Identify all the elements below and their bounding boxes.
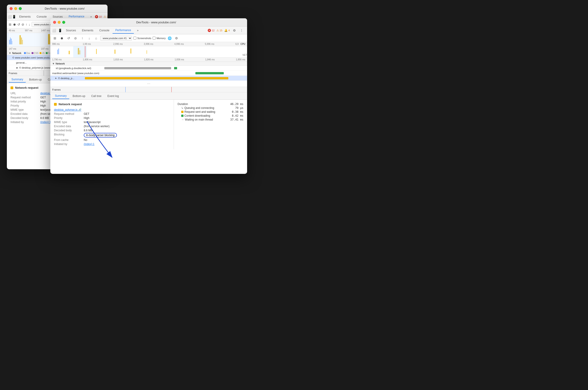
inspector-icon[interactable]: ⬜ <box>8 14 12 19</box>
tab-elements-back[interactable]: Elements <box>16 14 33 20</box>
ruler-front-3: 2,996 ms <box>113 43 144 45</box>
warning-badge-front: ⚠ 15 <box>216 29 222 32</box>
maximize-button-back[interactable] <box>19 7 22 10</box>
device-icon-front[interactable]: 📱 <box>57 28 63 33</box>
reload-icon-back[interactable]: ↺ <box>17 22 20 27</box>
ruler2-tick1: 147 ms <box>9 48 41 50</box>
ruler-front-7: 6,9 <box>236 43 239 45</box>
initiated-link-back[interactable]: (index):1 <box>40 121 51 124</box>
warning-badge-back: ⚠ 14 <box>104 15 107 18</box>
tab-elements-front[interactable]: Elements <box>79 27 96 33</box>
priority-row-front: Priority High <box>54 116 170 120</box>
duration-label-front: Duration <box>178 102 230 106</box>
encoded-value-front: (from service worker) <box>84 125 110 128</box>
ellipsis-front: ··· <box>50 81 247 87</box>
detail-tick-1: 1,796 ms <box>52 58 83 61</box>
minimize-button-front[interactable] <box>58 21 61 24</box>
ruler-front-6: 5,996 ms <box>205 43 236 45</box>
network-icon-front[interactable]: 🌐 <box>167 36 173 41</box>
tab-summary-front[interactable]: Summary <box>52 93 69 99</box>
network-row-0-front[interactable]: id (googleads.g.doubleclick.net) <box>50 66 247 71</box>
download-icon-front[interactable]: ↓ <box>87 36 92 41</box>
tab-summary-back[interactable]: Summary <box>9 77 26 83</box>
initial-priority-label-back: Initial priority <box>10 100 40 103</box>
upload-icon-front[interactable]: ↑ <box>80 36 85 41</box>
decoded-row-front: Decoded body 8.6 MB <box>54 129 170 132</box>
tab-bottomup-front[interactable]: Bottom-up <box>70 93 88 99</box>
blocking-label-front: Blocking <box>54 133 84 136</box>
svg-rect-14 <box>69 51 70 54</box>
titlebar-back: DevTools - www.youtube.com/ <box>7 4 107 13</box>
tab-eventlog-front[interactable]: Event log <box>104 93 121 99</box>
req-method-value-front: GET <box>84 112 90 115</box>
settings-icon-front[interactable]: ⚙ <box>174 36 179 41</box>
downloading-value-front: 8.42 ms <box>232 114 244 117</box>
minimize-button-back[interactable] <box>14 7 17 10</box>
cache-label-front: From cache <box>54 138 84 142</box>
memory-checkbox-front[interactable]: Memory <box>153 37 166 40</box>
yellow-square-icon-front <box>54 103 57 106</box>
record-icon-back[interactable]: ⏺ <box>13 22 16 27</box>
frames-bar-front: Frames <box>50 87 247 93</box>
summary-right-front: Duration 46.29 ms ↳ Queuing and connecti… <box>174 100 247 149</box>
svg-text:NET: NET <box>243 54 247 56</box>
more-icon-front[interactable]: ⋮ <box>239 28 244 33</box>
frames-label-back: Frames <box>9 72 17 75</box>
expand-dp-arrow-front[interactable]: ► <box>55 77 57 79</box>
downloading-label-front: Content downloading <box>184 114 232 117</box>
req-method-row-front: Request method GET <box>54 112 170 115</box>
queuing-label-front: Queuing and connecting <box>184 106 235 110</box>
home-icon-front[interactable]: ⌂ <box>93 36 99 41</box>
close-button-front[interactable] <box>53 21 56 24</box>
expand-network-arrow-front[interactable]: ▼ <box>52 62 55 65</box>
url-select-front[interactable]: www.youtube.com #1 <box>100 36 132 41</box>
url-link-front[interactable]: desktop_polymer.js 🔗 <box>54 108 81 111</box>
timeline-ruler-front: 996 ms 1,99 ms 2,996 ms 3,996 ms 4,996 m… <box>50 42 247 46</box>
detail-tick-2: 1,806 ms <box>83 58 113 61</box>
waiting-value-front: 37.41 ms <box>230 118 244 121</box>
tab-console-front[interactable]: Console <box>97 27 112 33</box>
cache-row-front: From cache No <box>54 138 170 142</box>
tab-sources-front[interactable]: Sources <box>63 27 79 33</box>
maximize-button-front[interactable] <box>62 21 65 24</box>
initiated-link-front[interactable]: (index):1 <box>84 143 95 146</box>
upload-icon-back[interactable]: ↑ <box>26 22 27 27</box>
tab-console-back[interactable]: Console <box>34 14 49 20</box>
svg-rect-18 <box>114 50 116 54</box>
device-icon[interactable]: 📱 <box>12 14 16 19</box>
url-label-back: URL <box>10 92 40 95</box>
svg-rect-11 <box>8 33 8 47</box>
ruler-tick-1: 49 ms <box>9 29 25 32</box>
stop-icon-front[interactable]: ⊘ <box>73 36 78 41</box>
expand-arrow-back[interactable]: ▼ <box>9 52 11 54</box>
tab-bottomup-back[interactable]: Bottom-up <box>26 77 44 82</box>
record-icon-front[interactable]: ⏺ <box>59 36 64 41</box>
warning-icon-back: ⚠ <box>104 15 106 18</box>
yellow-square-icon-back <box>10 87 13 89</box>
tab-calltree-front[interactable]: Call tree <box>89 93 104 99</box>
timeline-overview-front: NET <box>50 46 247 58</box>
svg-rect-12 <box>57 50 58 54</box>
info-badge-front: 🔔 4 <box>224 29 230 32</box>
panel-icon-back[interactable]: ⊞ <box>9 22 11 27</box>
priority-label-front: Priority <box>54 116 84 120</box>
blocking-row-front: Blocking In-body parser blocking <box>54 133 170 138</box>
stop-icon-back[interactable]: ⊘ <box>21 22 24 27</box>
req-method-value-back: GET <box>40 96 46 99</box>
tab-more-front[interactable]: » <box>134 27 141 33</box>
network-label-back: Network <box>12 52 21 54</box>
decoded-value-front: 8.6 MB <box>84 129 93 132</box>
network-row-2-front[interactable]: ► © desktop_p... <box>50 76 247 81</box>
inspector-icon-front[interactable]: ⬜ <box>51 28 57 33</box>
screenshots-checkbox-front[interactable]: Screenshots <box>133 37 151 40</box>
close-button-back[interactable] <box>10 7 13 10</box>
network-label-front: Network <box>56 62 65 65</box>
network-row-1-front[interactable]: manifest.webmanifest (www.youtube.com) <box>50 71 247 76</box>
tab-performance-front[interactable]: Performance <box>113 27 134 34</box>
gear-icon-front[interactable]: ⚙ <box>232 28 237 33</box>
panel-icon-front[interactable]: ⊞ <box>52 36 58 41</box>
download-icon-back[interactable]: ↓ <box>29 22 30 27</box>
network-bar-area-2-front <box>76 76 245 80</box>
reload-icon-front[interactable]: ↺ <box>66 36 71 41</box>
decoded-label-back: Decoded body <box>10 116 40 120</box>
